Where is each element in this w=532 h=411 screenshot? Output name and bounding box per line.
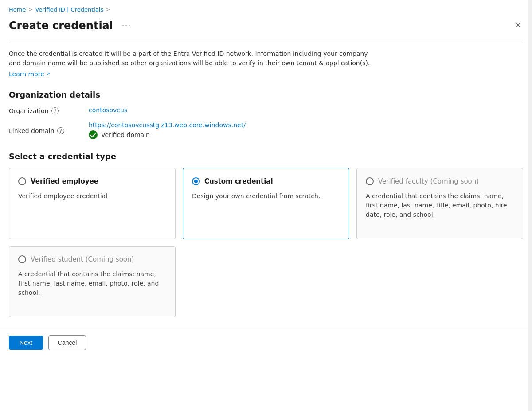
card-title-custom-credential: Custom credential	[204, 177, 273, 185]
radio-verified-employee[interactable]	[18, 177, 26, 185]
domain-value: https://contosovcusstg.z13.web.core.wind…	[89, 121, 523, 139]
action-bar: Next Cancel	[0, 328, 532, 357]
cancel-button[interactable]: Cancel	[48, 335, 86, 350]
org-info-icon[interactable]: i	[51, 107, 59, 114]
credential-type-section-title: Select a credential type	[9, 152, 523, 161]
header-left: Create credential ···	[9, 19, 135, 32]
description-text: Once the credential is created it will b…	[9, 49, 372, 68]
card-title-verified-employee: Verified employee	[31, 177, 98, 185]
learn-more-link[interactable]: Learn more ↗	[9, 70, 50, 78]
org-label: Organization i	[9, 106, 89, 114]
card-desc-verified-student: A credential that contains the claims: n…	[18, 270, 166, 297]
card-header-verified-faculty: Verified faculty (Coming soon)	[366, 177, 514, 185]
radio-custom-credential[interactable]	[192, 177, 200, 185]
breadcrumb-sep2: >	[106, 7, 110, 12]
card-desc-custom-credential: Design your own credential from scratch.	[192, 192, 340, 201]
breadcrumb-section[interactable]: Verified ID | Credentials	[35, 6, 104, 13]
breadcrumb: Home > Verified ID | Credentials >	[0, 0, 532, 16]
org-value: contosovcus	[89, 106, 523, 114]
breadcrumb-sep1: >	[28, 7, 32, 12]
more-options-button[interactable]: ···	[118, 19, 135, 32]
external-link-icon: ↗	[46, 71, 50, 77]
next-button[interactable]: Next	[9, 336, 43, 350]
card-header-verified-employee: Verified employee	[18, 177, 166, 185]
card-header-custom-credential: Custom credential	[192, 177, 340, 185]
domain-url-link[interactable]: https://contosovcusstg.z13.web.core.wind…	[89, 121, 246, 129]
radio-verified-student	[18, 255, 26, 263]
page-header: Create credential ··· ×	[0, 16, 532, 40]
learn-more-label: Learn more	[9, 70, 44, 78]
card-verified-employee[interactable]: Verified employee Verified employee cred…	[9, 168, 176, 239]
card-header-verified-student: Verified student (Coming soon)	[18, 255, 166, 263]
main-content: Once the credential is created it will b…	[0, 40, 532, 317]
verified-domain-text: Verified domain	[101, 131, 150, 138]
verified-check-icon	[89, 130, 98, 139]
card-title-verified-student: Verified student (Coming soon)	[31, 255, 134, 263]
card-desc-verified-faculty: A credential that contains the claims: n…	[366, 192, 514, 219]
verified-domain: Verified domain	[89, 130, 523, 139]
org-details-section-title: Organization details	[9, 90, 523, 99]
radio-verified-faculty	[366, 177, 374, 185]
card-desc-verified-employee: Verified employee credential	[18, 192, 166, 201]
domain-label: Linked domain i	[9, 121, 89, 139]
org-details-grid: Organization i contosovcus Linked domain…	[9, 106, 523, 139]
card-verified-student: Verified student (Coming soon) A credent…	[9, 246, 176, 317]
close-button[interactable]: ×	[513, 18, 523, 33]
org-link[interactable]: contosovcus	[89, 106, 127, 114]
credential-cards-row2: Verified student (Coming soon) A credent…	[9, 246, 523, 317]
card-verified-faculty: Verified faculty (Coming soon) A credent…	[356, 168, 523, 239]
card-custom-credential[interactable]: Custom credential Design your own creden…	[183, 168, 349, 239]
domain-label-text: Linked domain	[9, 127, 55, 134]
org-label-text: Organization	[9, 107, 49, 114]
domain-info-icon[interactable]: i	[57, 127, 64, 134]
card-title-verified-faculty: Verified faculty (Coming soon)	[378, 177, 479, 185]
page-container: Home > Verified ID | Credentials > Creat…	[0, 0, 532, 357]
credential-cards-row1: Verified employee Verified employee cred…	[9, 168, 523, 239]
breadcrumb-home[interactable]: Home	[9, 6, 26, 13]
page-title: Create credential	[9, 20, 113, 32]
